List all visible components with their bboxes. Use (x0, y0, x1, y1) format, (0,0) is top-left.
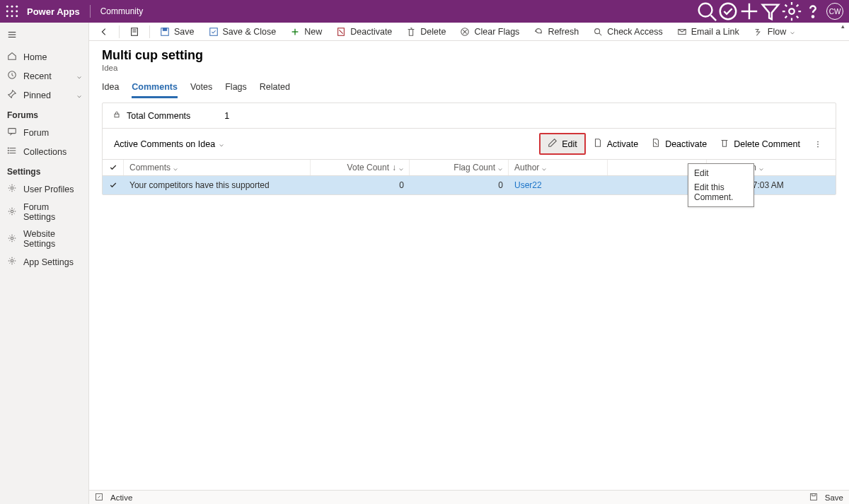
svg-point-3 (6, 11, 8, 13)
new-label: New (304, 27, 322, 37)
chevron-down-icon[interactable]: ⌵ (77, 72, 81, 80)
check-access-button[interactable]: Check Access (587, 25, 669, 39)
back-button[interactable] (93, 25, 115, 39)
svg-point-50 (817, 143, 819, 145)
user-avatar[interactable]: CW (826, 3, 843, 20)
new-button[interactable]: New (284, 25, 328, 39)
nav-pinned[interactable]: Pinned ⌵ (0, 86, 88, 105)
email-link-button[interactable]: Email a Link (671, 25, 745, 39)
refresh-label: Refresh (548, 27, 579, 37)
svg-point-11 (720, 4, 737, 20)
more-commands-button[interactable] (807, 136, 828, 152)
svg-point-25 (8, 151, 8, 151)
nav-user-profiles-label: User Profiles (23, 184, 74, 194)
chevron-down-icon: ⌵ (219, 140, 224, 148)
add-icon[interactable] (739, 0, 760, 23)
tab-flags[interactable]: Flags (225, 82, 247, 98)
footer-save-icon[interactable] (809, 493, 818, 503)
svg-point-1 (11, 6, 13, 8)
deactivate-subgrid-button[interactable]: Deactivate (645, 135, 712, 153)
svg-point-44 (595, 28, 600, 33)
deactivate-button[interactable]: Deactivate (330, 25, 398, 39)
nav-section-forums: Forums (0, 105, 88, 123)
save-close-button[interactable]: Save & Close (203, 25, 282, 39)
subgrid-toolbar: Active Comments on Idea ⌵ Edit Activate … (103, 129, 836, 159)
nav-collapse-icon[interactable] (0, 27, 88, 47)
main-content: Save Save & Close New Deactivate Delete … (89, 23, 849, 504)
save-button[interactable]: Save (154, 25, 200, 39)
sort-down-icon: ↓ (392, 163, 396, 172)
activate-button[interactable]: Activate (587, 135, 644, 153)
flow-button[interactable]: Flow⌵ (748, 25, 800, 39)
col-vote-count[interactable]: Vote Count ↓ ⌵ (311, 160, 410, 175)
nav-website-settings[interactable]: Website Settings (0, 225, 88, 252)
nav-collections[interactable]: Collections (0, 142, 88, 161)
nav-forum-settings-label: Forum Settings (23, 202, 81, 222)
pin-icon (7, 89, 17, 101)
delete-label: Delete (420, 27, 446, 37)
nav-home-label: Home (23, 52, 47, 62)
delete-comment-label: Delete Comment (734, 139, 800, 149)
row-vote-count: 0 (311, 176, 410, 194)
document-icon (593, 138, 603, 150)
select-all-checkbox[interactable] (103, 160, 124, 175)
col-flag-count[interactable]: Flag Count⌵ (410, 160, 509, 175)
svg-point-30 (11, 259, 13, 262)
svg-point-29 (11, 237, 13, 240)
vertical-scrollbar[interactable]: ▴ (838, 23, 848, 504)
task-check-icon[interactable] (717, 0, 739, 23)
clear-flags-button[interactable]: Clear Flags (454, 25, 525, 39)
left-nav: Home Recent ⌵ Pinned ⌵ Forums Forum Coll… (0, 23, 89, 504)
chevron-down-icon[interactable]: ⌵ (77, 91, 81, 99)
svg-point-28 (11, 210, 13, 213)
svg-point-4 (11, 11, 13, 13)
nav-app-settings[interactable]: App Settings (0, 252, 88, 271)
nav-forum-settings[interactable]: Forum Settings (0, 199, 88, 225)
nav-home[interactable]: Home (0, 47, 88, 66)
chevron-down-icon: ⌵ (498, 164, 502, 172)
refresh-button[interactable]: Refresh (528, 25, 584, 39)
form-tabs: Idea Comments Votes Flags Related (89, 72, 849, 98)
help-icon[interactable] (802, 0, 824, 23)
nav-app-settings-label: App Settings (23, 257, 74, 267)
flow-label: Flow (768, 27, 786, 37)
svg-point-49 (817, 141, 819, 142)
svg-point-14 (789, 8, 795, 14)
nav-user-profiles[interactable]: User Profiles (0, 180, 88, 199)
nav-website-settings-label: Website Settings (23, 229, 81, 249)
search-icon[interactable] (696, 0, 717, 23)
form-selector-icon[interactable] (124, 25, 145, 39)
filter-icon[interactable] (760, 0, 781, 23)
delete-comment-button[interactable]: Delete Comment (714, 135, 806, 153)
author-link[interactable]: User22 (514, 180, 542, 190)
row-checkbox[interactable] (103, 176, 124, 194)
app-launcher-icon[interactable] (6, 5, 18, 18)
subgrid-title-label: Active Comments on Idea (114, 139, 215, 149)
subgrid-title[interactable]: Active Comments on Idea ⌵ (110, 136, 228, 152)
col-flag-label: Flag Count (454, 163, 495, 172)
svg-point-8 (16, 15, 18, 17)
footer-save-label[interactable]: Save (825, 493, 843, 502)
svg-rect-53 (810, 493, 816, 500)
settings-gear-icon[interactable] (781, 0, 802, 23)
nav-recent-label: Recent (23, 71, 52, 81)
nav-forum[interactable]: Forum (0, 123, 88, 142)
edit-button[interactable]: Edit (539, 133, 586, 155)
chevron-down-icon: ⌵ (759, 164, 763, 172)
global-header: Power Apps Community CW (0, 0, 849, 23)
svg-line-48 (654, 142, 657, 145)
expand-icon[interactable] (95, 493, 103, 503)
tab-votes[interactable]: Votes (190, 82, 212, 98)
tab-idea[interactable]: Idea (102, 82, 119, 98)
col-author[interactable]: Author⌵ (509, 160, 608, 175)
tab-related[interactable]: Related (260, 82, 290, 98)
delete-button[interactable]: Delete (400, 25, 451, 39)
deactivate-subgrid-label: Deactivate (665, 139, 707, 149)
env-label[interactable]: Community (100, 6, 144, 16)
tab-comments[interactable]: Comments (132, 82, 178, 98)
nav-section-settings: Settings (0, 161, 88, 180)
scroll-up-icon[interactable]: ▴ (838, 23, 848, 30)
tooltip-body: Edit this Comment. (694, 182, 748, 202)
col-comments[interactable]: Comments⌵ (124, 160, 311, 175)
nav-recent[interactable]: Recent ⌵ (0, 66, 88, 86)
